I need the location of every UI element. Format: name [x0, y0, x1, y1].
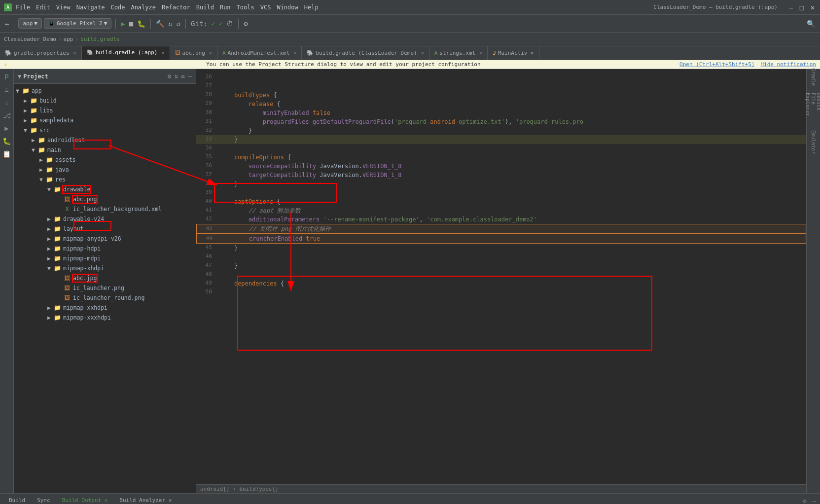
- bottom-tab-build-output[interactable]: Build Output ✕: [57, 495, 113, 504]
- git-check2-icon[interactable]: ✓: [218, 19, 223, 28]
- tab-build-gradle-app-close[interactable]: ✕: [161, 50, 164, 55]
- search-everywhere-icon[interactable]: 🔍: [806, 19, 816, 29]
- tab-gradle-properties[interactable]: 🐘 gradle.properties ✕: [0, 46, 82, 60]
- code-line[interactable]: 26: [196, 73, 806, 82]
- tab-strings-xml-close[interactable]: ✕: [479, 50, 482, 56]
- git-icon[interactable]: Git:: [190, 19, 209, 29]
- tab-abc-png[interactable]: 🖼 abc.png ✕: [170, 46, 217, 60]
- logcat-sidebar-icon[interactable]: 📋: [1, 148, 13, 160]
- tree-item[interactable]: ▶📁mipmap-xxhdpi: [14, 303, 196, 313]
- window-controls[interactable]: — □ ✕: [787, 4, 816, 11]
- tab-abc-png-close[interactable]: ✕: [209, 50, 212, 56]
- tree-item[interactable]: Xic_launcher_background.xml: [14, 204, 196, 214]
- tree-arrow[interactable]: ▶: [39, 166, 45, 173]
- menu-vcs[interactable]: VCS: [260, 4, 271, 11]
- tree-item[interactable]: ▶📁build: [14, 96, 196, 106]
- tree-arrow[interactable]: ▶: [24, 117, 30, 124]
- code-line[interactable]: 30 minifyEnabled false: [196, 108, 806, 117]
- tree-arrow[interactable]: ▼: [47, 265, 53, 272]
- tree-item[interactable]: ▶📁mipmap-anydpi-v26: [14, 234, 196, 244]
- tree-arrow[interactable]: ▶: [47, 235, 53, 242]
- code-line[interactable]: 34: [196, 144, 806, 153]
- tab-androidmanifest-close[interactable]: ✕: [293, 50, 296, 56]
- tree-item[interactable]: ▶📁assets: [14, 155, 196, 165]
- run-icon[interactable]: ▶: [120, 19, 126, 29]
- code-line[interactable]: 40 aaptOptions {: [196, 197, 806, 206]
- tab-build-gradle-root-close[interactable]: ✕: [421, 50, 424, 56]
- breadcrumb-file[interactable]: build.gradle: [80, 36, 119, 42]
- tab-build-gradle-root[interactable]: 🐘 build.gradle (ClassLoader_Demo) ✕: [302, 46, 429, 60]
- stop-icon[interactable]: ■: [128, 19, 134, 29]
- menu-file[interactable]: File: [16, 4, 30, 11]
- tree-item[interactable]: ▼📁main: [14, 145, 196, 155]
- tree-item[interactable]: ▼📁mipmap-xhdpi: [14, 263, 196, 273]
- menu-window[interactable]: Window: [277, 4, 298, 11]
- tree-arrow[interactable]: ▶: [47, 245, 53, 252]
- code-line[interactable]: 47 }: [196, 261, 806, 270]
- code-line[interactable]: 49 dependencies {: [196, 279, 806, 288]
- bottom-panel-settings-icon[interactable]: ⚙: [803, 498, 807, 504]
- device-selector[interactable]: 📱 Google Pixel 2 ▼: [44, 18, 111, 29]
- project-panel-settings-icon[interactable]: ≡: [181, 72, 185, 80]
- code-editor[interactable]: 262728 buildTypes {29 release {30 minify…: [196, 69, 806, 484]
- project-sidebar-icon[interactable]: P: [1, 71, 13, 83]
- tree-item[interactable]: ▶📁sampledata: [14, 115, 196, 125]
- tree-item[interactable]: ▶📁mipmap-xxxhdpi: [14, 313, 196, 323]
- tree-arrow[interactable]: ▶: [47, 314, 53, 321]
- tree-arrow[interactable]: ▶: [47, 216, 53, 222]
- tree-arrow[interactable]: ▶: [32, 137, 37, 144]
- tree-item[interactable]: 🖼abc.jpg: [14, 273, 196, 283]
- back-icon[interactable]: ←: [4, 19, 10, 29]
- tree-item[interactable]: 🖼ic_launcher.png: [14, 283, 196, 293]
- code-line[interactable]: 45 }: [196, 244, 806, 252]
- code-line[interactable]: 32 }: [196, 126, 806, 135]
- notification-open-link[interactable]: Open (Ctrl+Alt+Shift+S): [679, 61, 754, 68]
- project-panel-minimize-icon[interactable]: —: [188, 72, 192, 80]
- gradle-right-icon[interactable]: Gradle: [808, 71, 820, 83]
- more-tools-icon[interactable]: ⚙: [243, 19, 249, 29]
- tree-item[interactable]: ▼📁src: [14, 125, 196, 135]
- close-button[interactable]: ✕: [809, 4, 816, 11]
- menu-help[interactable]: Help: [304, 4, 319, 11]
- tree-item[interactable]: ▶📁layout: [14, 224, 196, 234]
- breadcrumb-project[interactable]: ClassLoader_Demo: [4, 36, 56, 42]
- git-history-icon[interactable]: ⏱: [225, 19, 234, 29]
- tree-item[interactable]: ▼📁res: [14, 175, 196, 184]
- bottom-tab-build[interactable]: Build: [4, 495, 30, 504]
- tree-arrow[interactable]: ▼: [39, 176, 45, 183]
- code-line[interactable]: 35 compileOptions {: [196, 153, 806, 162]
- debug-sidebar-icon[interactable]: 🐛: [1, 135, 13, 147]
- code-line[interactable]: 38 }: [196, 180, 806, 188]
- favorites-sidebar-icon[interactable]: ☆: [1, 97, 13, 108]
- sync-icon[interactable]: ↻: [167, 19, 173, 29]
- bottom-tab-build-analyzer[interactable]: Build Analyzer ✕: [114, 495, 177, 504]
- tree-arrow[interactable]: ▶: [47, 304, 53, 311]
- code-line[interactable]: 46: [196, 252, 806, 261]
- code-line[interactable]: 48: [196, 270, 806, 279]
- menu-edit[interactable]: Edit: [36, 4, 50, 11]
- tree-arrow[interactable]: ▶: [24, 107, 30, 114]
- code-line[interactable]: 43 // 关闭对 png 图片优化操作: [196, 224, 806, 234]
- tree-arrow[interactable]: ▼: [16, 87, 22, 94]
- tree-arrow[interactable]: ▼: [24, 127, 30, 134]
- tree-item[interactable]: ▶📁androidTest: [14, 135, 196, 145]
- code-line[interactable]: 33 }: [196, 135, 806, 144]
- tab-androidmanifest[interactable]: A AndroidManifest.xml ✕: [217, 46, 302, 60]
- tree-arrow[interactable]: ▶: [39, 156, 45, 163]
- code-line[interactable]: 36 sourceCompatibility JavaVersion.VERSI…: [196, 162, 806, 171]
- git-check1-icon[interactable]: ✓: [211, 19, 216, 28]
- undo-icon[interactable]: ↺: [176, 19, 181, 29]
- project-panel-gear-icon[interactable]: ⚙: [168, 72, 172, 80]
- tree-item[interactable]: 🖼abc.png: [14, 194, 196, 204]
- code-line[interactable]: 28 buildTypes {: [196, 91, 806, 100]
- tree-arrow[interactable]: ▶: [47, 225, 53, 232]
- breadcrumb-module[interactable]: app: [64, 36, 73, 42]
- tree-arrow[interactable]: ▼: [32, 146, 37, 153]
- tree-item[interactable]: 🖼ic_launcher_round.png: [14, 293, 196, 303]
- tab-gradle-properties-close[interactable]: ✕: [73, 50, 76, 56]
- code-line[interactable]: 39: [196, 188, 806, 197]
- menu-tools[interactable]: Tools: [237, 4, 254, 11]
- app-selector[interactable]: app ▼: [18, 18, 42, 29]
- minimize-button[interactable]: —: [787, 4, 794, 11]
- code-line[interactable]: 29 release {: [196, 100, 806, 108]
